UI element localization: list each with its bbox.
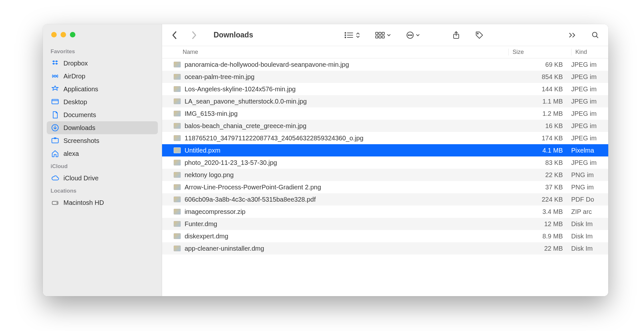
- share-button[interactable]: [451, 30, 462, 41]
- svg-rect-17: [382, 32, 384, 35]
- svg-point-27: [477, 33, 478, 34]
- nav-forward-button[interactable]: [189, 30, 199, 41]
- file-row[interactable]: nektony logo.png22 KBPNG im: [162, 169, 608, 181]
- file-thumbnail-icon: [174, 111, 181, 116]
- svg-rect-19: [379, 36, 381, 38]
- file-row[interactable]: Arrow-Line-Process-PowerPoint-Gradient 2…: [162, 181, 608, 193]
- column-header-kind[interactable]: Kind: [571, 49, 608, 55]
- file-row[interactable]: diskexpert.dmg8.9 MBDisk Im: [162, 230, 608, 242]
- svg-point-8: [57, 203, 57, 203]
- column-header-name[interactable]: Name: [183, 49, 508, 55]
- file-name: 118765210_3479711222087743_2405463228593…: [185, 135, 508, 142]
- sidebar-section-label: Favorites: [43, 45, 162, 57]
- file-row[interactable]: balos-beach_chania_crete_greece-min.jpg1…: [162, 120, 608, 132]
- sidebar-item-alexa[interactable]: alexa: [47, 147, 158, 160]
- sidebar-item-dropbox[interactable]: Dropbox: [47, 57, 158, 70]
- sidebar-item-documents[interactable]: Documents: [47, 108, 158, 121]
- file-kind: JPEG im: [571, 98, 608, 105]
- file-name: imagecompressor.zip: [185, 208, 508, 216]
- chevron-down-icon: [387, 32, 391, 39]
- file-row[interactable]: photo_2020-11-23_13-57-30.jpg83 KBJPEG i…: [162, 156, 608, 169]
- traffic-light-close-icon[interactable]: [51, 32, 57, 37]
- finder-window: FavoritesDropboxAirDropApplicationsDeskt…: [43, 24, 608, 296]
- file-row[interactable]: 118765210_3479711222087743_2405463228593…: [162, 132, 608, 144]
- nav-back-button[interactable]: [170, 30, 179, 41]
- download-icon: [51, 124, 59, 132]
- file-row[interactable]: imagecompressor.zip3.4 MBZIP arc: [162, 206, 608, 218]
- svg-point-22: [408, 35, 409, 35]
- file-thumbnail-icon: [174, 98, 181, 104]
- sidebar-item-desktop[interactable]: Desktop: [47, 95, 158, 108]
- traffic-light-minimize-icon[interactable]: [61, 32, 66, 37]
- tags-button[interactable]: [473, 30, 485, 41]
- file-row[interactable]: 606cb09a-3a8b-4c3c-a30f-5315ba8ee328.pdf…: [162, 193, 608, 206]
- toolbar: Downloads: [162, 24, 608, 46]
- file-size: 83 KB: [508, 159, 571, 166]
- file-row[interactable]: Los-Angeles-skyline-1024x576-min.jpg144 …: [162, 83, 608, 95]
- file-kind: ZIP arc: [571, 208, 608, 216]
- window-title: Downloads: [214, 31, 253, 39]
- file-row[interactable]: Untitled.pxm4.1 MBPixelma: [162, 144, 608, 156]
- file-row[interactable]: IMG_6153-min.jpg1.2 MBJPEG im: [162, 107, 608, 120]
- file-kind: PNG im: [571, 184, 608, 191]
- svg-rect-20: [382, 36, 384, 38]
- file-size: 22 KB: [508, 171, 571, 179]
- sidebar-item-icloud-drive[interactable]: iCloud Drive: [47, 172, 158, 185]
- file-size: 1.2 MB: [508, 110, 571, 117]
- document-icon: [51, 111, 59, 119]
- file-thumbnail-icon: [174, 62, 181, 67]
- traffic-light-zoom-icon[interactable]: [70, 32, 75, 37]
- file-size: 4.1 MB: [508, 147, 571, 154]
- file-thumbnail-icon: [174, 147, 181, 153]
- file-size: 8.9 MB: [508, 233, 571, 240]
- file-row[interactable]: LA_sean_pavone_shutterstock.0.0-min.jpg1…: [162, 95, 608, 107]
- sidebar-item-macintosh-hd[interactable]: Macintosh HD: [47, 196, 158, 209]
- file-size: 37 KB: [508, 184, 571, 191]
- file-size: 12 MB: [508, 220, 571, 228]
- sidebar-item-applications[interactable]: Applications: [47, 83, 158, 95]
- file-thumbnail-icon: [174, 209, 181, 215]
- svg-rect-15: [376, 32, 378, 35]
- sidebar-item-airdrop[interactable]: AirDrop: [47, 70, 158, 83]
- action-menu-button[interactable]: [404, 30, 422, 40]
- file-thumbnail-icon: [174, 233, 181, 239]
- screenshot-icon: [51, 137, 59, 145]
- file-size: 174 KB: [508, 135, 571, 142]
- view-grid-button[interactable]: [373, 30, 393, 40]
- file-size: 16 KB: [508, 122, 571, 130]
- svg-point-11: [345, 35, 346, 35]
- overflow-button[interactable]: [567, 31, 578, 39]
- file-name: panoramica-de-hollywood-boulevard-seanpa…: [185, 61, 508, 68]
- file-size: 854 KB: [508, 73, 571, 81]
- file-size: 1.1 MB: [508, 98, 571, 105]
- file-list: panoramica-de-hollywood-boulevard-seanpa…: [162, 58, 608, 296]
- svg-rect-1: [52, 99, 58, 104]
- view-list-button[interactable]: [342, 30, 362, 40]
- search-button[interactable]: [590, 30, 601, 40]
- sidebar-item-label: AirDrop: [63, 73, 85, 80]
- column-header-row: Name Size Kind: [162, 46, 608, 58]
- file-kind: Disk Im: [571, 245, 608, 252]
- file-name: nektony logo.png: [185, 171, 508, 179]
- file-size: 22 MB: [508, 245, 571, 252]
- sidebar-item-downloads[interactable]: Downloads: [47, 121, 158, 134]
- file-name: LA_sean_pavone_shutterstock.0.0-min.jpg: [185, 98, 508, 105]
- file-row[interactable]: Funter.dmg12 MBDisk Im: [162, 218, 608, 230]
- column-header-size[interactable]: Size: [508, 49, 571, 55]
- file-kind: Disk Im: [571, 220, 608, 228]
- sidebar-item-screenshots[interactable]: Screenshots: [47, 134, 158, 147]
- file-name: 606cb09a-3a8b-4c3c-a30f-5315ba8ee328.pdf: [185, 196, 508, 203]
- file-thumbnail-icon: [174, 196, 181, 202]
- file-row[interactable]: ocean-palm-tree-min.jpg854 KBJPEG im: [162, 71, 608, 83]
- sidebar-item-label: Desktop: [63, 98, 87, 106]
- file-row[interactable]: app-cleaner-uninstaller.dmg22 MBDisk Im: [162, 242, 608, 255]
- svg-rect-18: [376, 36, 378, 38]
- file-name: Los-Angeles-skyline-1024x576-min.jpg: [185, 85, 508, 93]
- file-name: app-cleaner-uninstaller.dmg: [185, 245, 508, 252]
- file-thumbnail-icon: [174, 184, 181, 190]
- file-thumbnail-icon: [174, 86, 181, 92]
- file-size: 144 KB: [508, 85, 571, 93]
- file-kind: PDF Do: [571, 196, 608, 203]
- file-row[interactable]: panoramica-de-hollywood-boulevard-seanpa…: [162, 58, 608, 71]
- file-thumbnail-icon: [174, 160, 181, 166]
